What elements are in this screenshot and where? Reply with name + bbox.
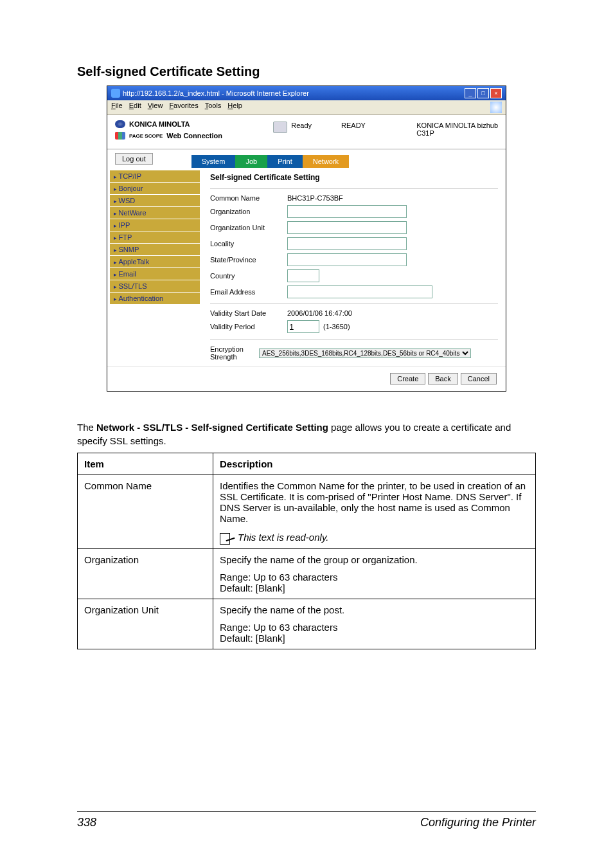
section-heading: Self-signed Certificate Setting	[77, 64, 536, 79]
window-titlebar: http://192.168.1.2/a_index.html - Micros…	[107, 86, 506, 100]
caption-b: Network - SSL/TLS - Self-signed Certific…	[96, 422, 328, 433]
email-input[interactable]	[287, 285, 432, 298]
sidebar-item-appletalk[interactable]: AppleTalk	[110, 256, 200, 267]
th-desc: Description	[213, 453, 536, 475]
sidebar-item-ssltls[interactable]: SSL/TLS	[110, 280, 200, 292]
maximize-icon[interactable]: □	[477, 88, 489, 98]
state-input[interactable]	[287, 253, 407, 266]
status-ready-small: Ready	[291, 122, 312, 129]
minimize-icon[interactable]: _	[465, 88, 476, 98]
pane-title: Self-signed Certificate Setting	[210, 173, 498, 182]
desc-text: Specify the name of the post.	[220, 604, 529, 615]
cancel-button[interactable]: Cancel	[461, 373, 497, 384]
note-text: This text is read-only.	[238, 532, 328, 543]
pagescope-line: PAGE SCOPE Web Connection	[115, 132, 222, 140]
menu-view[interactable]: View	[148, 102, 163, 113]
th-item: Item	[78, 453, 213, 475]
printer-icon	[273, 122, 287, 133]
cell-desc: Identifies the Common Name for the print…	[213, 475, 536, 549]
tab-job[interactable]: Job	[235, 155, 267, 168]
tab-system[interactable]: System	[191, 155, 236, 168]
label-vperiod: Validity Period	[210, 323, 287, 330]
sidebar-item-netware[interactable]: NetWare	[110, 207, 200, 219]
vperiod-input[interactable]	[287, 320, 319, 333]
ie-throbber-icon	[490, 102, 502, 113]
vperiod-range: (1-3650)	[323, 323, 350, 330]
menu-file[interactable]: File	[111, 102, 123, 113]
km-logo-icon	[115, 120, 125, 128]
cell-desc: Specify the name of the post. Range: Up …	[213, 599, 536, 649]
pagescope-prefix: PAGE SCOPE	[129, 133, 163, 139]
back-button[interactable]: Back	[428, 373, 458, 384]
label-org-unit: Organization Unit	[210, 224, 287, 231]
label-country: Country	[210, 272, 287, 280]
close-icon[interactable]: ×	[490, 88, 502, 98]
brand-line: KONICA MINOLTA	[115, 120, 222, 128]
menu-edit[interactable]: Edit	[129, 102, 141, 113]
sidebar-item-wsd[interactable]: WSD	[110, 195, 200, 206]
sidebar-item-email[interactable]: Email	[110, 268, 200, 280]
label-state: State/Province	[210, 256, 287, 264]
table-row: Common Name Identifies the Common Name f…	[78, 475, 536, 549]
org-unit-input[interactable]	[287, 221, 407, 234]
ie-icon	[111, 89, 120, 98]
page-header: KONICA MINOLTA PAGE SCOPE Web Connection…	[107, 115, 506, 150]
sidebar-item-ipp[interactable]: IPP	[110, 219, 200, 231]
status-area: Ready READY	[273, 120, 366, 140]
settings-pane: Self-signed Certificate Setting Common N…	[202, 168, 506, 366]
note-icon	[220, 533, 235, 543]
section-name: Configuring the Printer	[420, 816, 536, 829]
desc-text: Specify the name of the group or organiz…	[220, 554, 529, 565]
pagescope-logo-icon	[115, 132, 125, 140]
sidebar-item-ftp[interactable]: FTP	[110, 231, 200, 243]
sidebar-item-auth[interactable]: Authentication	[110, 293, 200, 304]
page-footer: 338 Configuring the Printer	[77, 811, 536, 829]
label-locality: Locality	[210, 240, 287, 248]
label-email: Email Address	[210, 288, 287, 296]
country-input[interactable]	[287, 269, 319, 282]
action-buttons: Create Back Cancel	[107, 366, 506, 391]
cell-item: Organization Unit	[78, 599, 213, 649]
label-vstart: Validity Start Date	[210, 309, 287, 317]
window-buttons: _ □ ×	[465, 88, 502, 98]
tab-bar: System Job Print Network	[191, 155, 349, 168]
range-text: Range: Up to 63 characters	[220, 572, 529, 583]
label-encryption: Encryption Strength	[210, 345, 255, 361]
cell-item: Organization	[78, 549, 213, 599]
cell-desc: Specify the name of the group or organiz…	[213, 549, 536, 599]
default-text: Default: [Blank]	[220, 583, 529, 593]
model-area: KONICA MINOLTA bizhub C31P	[416, 120, 498, 140]
organization-input[interactable]	[287, 205, 407, 218]
value-common-name: BHC31P-C753BF	[287, 194, 343, 202]
sidebar: TCP/IP Bonjour WSD NetWare IPP FTP SNMP …	[110, 170, 200, 363]
menu-tools[interactable]: Tools	[205, 102, 222, 113]
status-ready-big: READY	[341, 122, 366, 129]
encryption-select[interactable]: AES_256bits,3DES_168bits,RC4_128bits,DES…	[259, 348, 471, 358]
label-common-name: Common Name	[210, 194, 287, 202]
page-body: TCP/IP Bonjour WSD NetWare IPP FTP SNMP …	[107, 168, 506, 366]
menu-help[interactable]: Help	[227, 102, 242, 113]
sidebar-item-bonjour[interactable]: Bonjour	[110, 183, 200, 194]
tab-network[interactable]: Network	[303, 155, 349, 168]
desc-text: Identifies the Common Name for the print…	[220, 480, 526, 524]
caption-paragraph: The Network - SSL/TLS - Self-signed Cert…	[77, 420, 536, 448]
page-number: 338	[77, 816, 96, 829]
logout-button[interactable]: Log out	[115, 153, 153, 165]
default-text: Default: [Blank]	[220, 633, 529, 644]
range-text: Range: Up to 63 characters	[220, 622, 529, 633]
table-row: Organization Unit Specify the name of th…	[78, 599, 536, 649]
create-button[interactable]: Create	[390, 373, 425, 384]
locality-input[interactable]	[287, 237, 407, 250]
cell-item: Common Name	[78, 475, 213, 549]
sidebar-item-tcpip[interactable]: TCP/IP	[110, 170, 200, 182]
window-title: http://192.168.1.2/a_index.html - Micros…	[123, 89, 309, 97]
tab-print[interactable]: Print	[267, 155, 303, 168]
pagescope-text: Web Connection	[166, 132, 222, 140]
sidebar-item-snmp[interactable]: SNMP	[110, 244, 200, 255]
model-line1: KONICA MINOLTA bizhub	[416, 122, 498, 129]
description-table: Item Description Common Name Identifies …	[77, 453, 536, 649]
label-organization: Organization	[210, 208, 287, 215]
menu-fav[interactable]: Favorites	[169, 102, 198, 113]
caption-a: The	[77, 422, 96, 433]
table-row: Organization Specify the name of the gro…	[78, 549, 536, 599]
